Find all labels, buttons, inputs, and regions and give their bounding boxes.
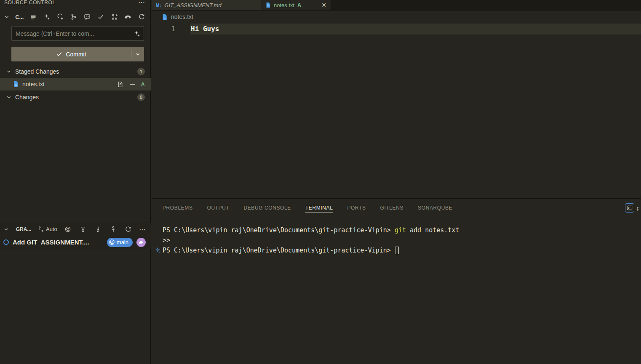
open-file-icon[interactable] [117, 81, 124, 88]
panel-tab-bar: PROBLEMS OUTPUT DEBUG CONSOLE TERMINAL P… [163, 199, 452, 217]
chevron-down-icon[interactable] [3, 226, 9, 232]
terminal-line: PS C:\Users\vipin raj\OneDrive\Documents… [153, 245, 641, 255]
view-as-list-icon[interactable] [29, 13, 37, 21]
target-icon[interactable] [64, 225, 72, 234]
staged-file-name: notes.txt [22, 81, 45, 88]
commit-check-icon[interactable] [96, 13, 105, 21]
branch-auto-control[interactable]: Auto [38, 226, 57, 232]
push-icon[interactable] [109, 225, 118, 234]
changes-label: Changes [15, 94, 39, 101]
branch-icon [38, 226, 44, 232]
more-actions-icon[interactable]: ⋯ [138, 0, 145, 5]
current-line-highlight[interactable]: Hi Guys [190, 24, 641, 35]
file-actions: A [117, 81, 145, 88]
cloud-icon [138, 239, 144, 245]
commit-message-text: Add GIT_ASSIGNMENT.... [13, 239, 89, 246]
staged-changes-header[interactable]: Staged Changes 1 [0, 65, 151, 78]
terminal-gutter [153, 247, 163, 254]
git-status-badge: A [141, 81, 145, 88]
create-pull-request-icon[interactable] [110, 13, 119, 21]
copilot-sparkle-icon[interactable] [155, 247, 161, 254]
editor-tab-bar: M↓ GIT_ASSIGNMENT.md notes.txt A ✕ [152, 0, 641, 11]
terminal-content[interactable]: PS C:\Users\vipin raj\OneDrive\Documents… [153, 225, 641, 255]
discard-changes-icon[interactable] [56, 13, 64, 21]
refresh-icon[interactable] [137, 13, 146, 21]
terminal-command-git: git [395, 226, 406, 234]
chevron-down-icon [6, 69, 12, 74]
tab-notes[interactable]: notes.txt A ✕ [261, 0, 331, 10]
tab-sonarqube[interactable]: SONARQUBE [418, 203, 452, 213]
tab-problems[interactable]: PROBLEMS [163, 203, 193, 213]
changes-header[interactable]: Changes 0 [0, 91, 151, 104]
commit-graph-section: GRA... Auto [0, 223, 151, 249]
terminal-line: PS C:\Users\vipin raj\OneDrive\Documents… [153, 225, 641, 235]
commit-graph-row[interactable]: Add GIT_ASSIGNMENT.... main [0, 235, 151, 249]
commit-button[interactable]: Commit [11, 47, 144, 61]
source-control-sidebar: SOURCE CONTROL ⋯ C... [0, 0, 151, 364]
main-branch-badge[interactable]: main [107, 238, 133, 247]
comment-icon[interactable] [83, 13, 91, 21]
tab-label: GIT_ASSIGNMENT.md [164, 2, 221, 8]
tab-gitlens[interactable]: GITLENS [380, 203, 404, 213]
fetch-icon[interactable] [79, 225, 87, 234]
file-icon [13, 81, 19, 88]
bottom-panel: PROBLEMS OUTPUT DEBUG CONSOLE TERMINAL P… [152, 198, 641, 364]
breadcrumb-label: notes.txt [171, 13, 193, 20]
line-number: 1 [163, 24, 175, 35]
close-icon[interactable]: ✕ [321, 2, 326, 8]
panel-actions: p [625, 203, 639, 213]
profile-hint-text: p [637, 205, 639, 211]
gitlens-icon[interactable] [124, 13, 132, 21]
terminal-prompt: PS C:\Users\vipin raj\OneDrive\Documents… [163, 247, 395, 254]
commit-message-input[interactable] [12, 30, 134, 37]
cloud-badge[interactable] [136, 238, 146, 247]
chevron-down-icon [6, 94, 12, 100]
generate-commit-sparkle-icon[interactable] [43, 13, 51, 21]
repo-label[interactable]: C... [15, 14, 24, 20]
staged-file-row[interactable]: notes.txt A [0, 78, 151, 90]
file-icon [162, 14, 168, 20]
sidebar-title: SOURCE CONTROL [4, 0, 56, 5]
repo-toolbar: C... [0, 10, 151, 24]
vscode-window: SOURCE CONTROL ⋯ C... [0, 0, 641, 364]
file-icon [265, 2, 271, 8]
code-text: Hi Guys [190, 25, 219, 33]
more-actions-icon[interactable]: ⋯ [139, 225, 146, 233]
pull-icon[interactable] [94, 225, 102, 234]
source-control-graph-icon[interactable] [69, 13, 78, 21]
tab-debug-console[interactable]: DEBUG CONSOLE [243, 203, 291, 213]
tab-ports[interactable]: PORTS [347, 203, 366, 213]
commit-button-label: Commit [66, 51, 86, 58]
branch-auto-label: Auto [46, 226, 57, 232]
launch-terminal-icon[interactable] [625, 203, 634, 213]
sparkle-icon[interactable] [134, 30, 140, 37]
commit-button-main[interactable]: Commit [11, 47, 131, 61]
commit-node-icon [3, 239, 9, 245]
tab-terminal[interactable]: TERMINAL [305, 203, 333, 213]
changes-count-badge: 0 [137, 93, 145, 101]
terminal-prompt: PS C:\Users\vipin raj\OneDrive\Documents… [163, 226, 395, 234]
staged-count-badge: 1 [137, 68, 145, 75]
commit-message-box [11, 26, 144, 41]
staged-changes-label: Staged Changes [15, 68, 59, 75]
terminal-continuation: >> [163, 236, 170, 244]
branch-name-label: main [117, 239, 128, 245]
markdown-icon: M↓ [156, 3, 161, 8]
terminal-command-args: add notes.txt [406, 226, 459, 234]
tab-git-assignment[interactable]: M↓ GIT_ASSIGNMENT.md [152, 0, 261, 10]
unstage-dash-icon[interactable] [129, 81, 136, 88]
refresh-icon[interactable] [124, 225, 132, 234]
terminal-line: >> [153, 235, 641, 245]
chevron-down-icon[interactable] [3, 13, 10, 20]
graph-title: GRA... [16, 226, 32, 232]
tab-output[interactable]: OUTPUT [207, 203, 230, 213]
breadcrumb[interactable]: notes.txt [162, 12, 193, 21]
bullseye-icon [109, 239, 115, 245]
check-icon [56, 51, 62, 57]
tab-label: notes.txt [274, 2, 294, 8]
terminal-cursor [395, 247, 399, 254]
commit-dropdown-chevron[interactable] [131, 47, 144, 61]
tab-git-status-badge: A [297, 2, 301, 8]
sidebar-header: SOURCE CONTROL ⋯ [0, 0, 151, 7]
graph-header: GRA... Auto [0, 223, 151, 235]
